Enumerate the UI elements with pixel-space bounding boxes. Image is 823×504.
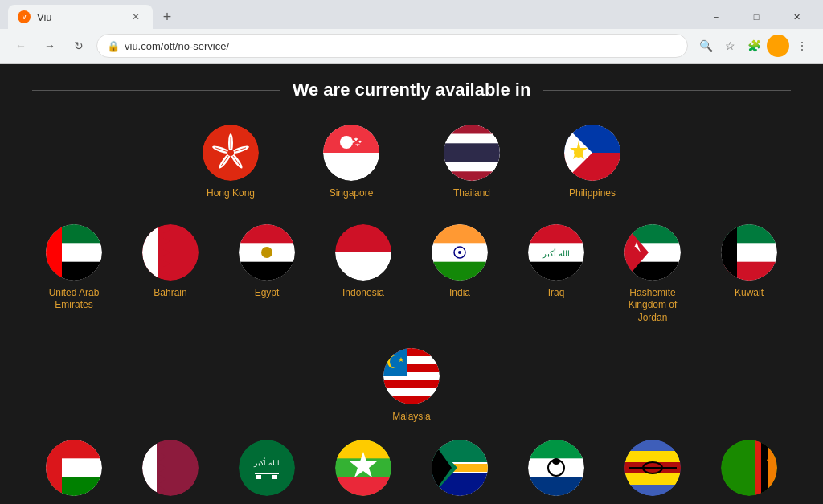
forward-button[interactable]: →	[39, 35, 61, 57]
svg-rect-29	[444, 171, 500, 181]
country-item-za[interactable]: South Africa	[424, 440, 496, 504]
flag-sz	[624, 440, 681, 496]
flag-za	[432, 440, 488, 496]
tab-close-button[interactable]: ✕	[129, 10, 143, 24]
flag-zm	[721, 440, 777, 496]
address-bar: ← → ↻ 🔒 viu.com/ott/no-service/ 🔍 ☆ 🧩 ⋮	[0, 29, 823, 63]
country-item-mm[interactable]: Myanmar	[327, 440, 399, 504]
svg-point-50	[261, 247, 272, 258]
country-item-sa[interactable]: الله أكبر Saudi Arabia	[231, 440, 303, 504]
minimize-button[interactable]: −	[698, 5, 735, 29]
svg-rect-48	[239, 224, 295, 243]
country-item-ph[interactable]: Philippines	[556, 125, 629, 200]
flag-jo	[624, 224, 681, 281]
svg-rect-102	[335, 477, 391, 496]
svg-text:V: V	[23, 14, 27, 20]
flag-mm	[335, 440, 391, 496]
lock-icon: 🔒	[107, 40, 120, 52]
svg-rect-57	[432, 261, 488, 280]
svg-rect-63	[528, 261, 584, 280]
country-item-iq[interactable]: الله أكبر Iraq	[520, 224, 592, 325]
svg-rect-90	[46, 440, 62, 496]
svg-text:الله أكبر: الله أكبر	[542, 248, 570, 259]
row3-countries: Oman Qatar الله أكبر	[32, 440, 791, 504]
country-name-hk: Hong Kong	[207, 187, 255, 200]
flag-ae	[46, 224, 102, 281]
flag-iq: الله أكبر	[528, 224, 584, 281]
country-item-jo[interactable]: Hashemite Kingdom of Jordan	[616, 224, 689, 325]
svg-rect-93	[142, 440, 157, 496]
country-name-bh: Bahrain	[154, 287, 186, 300]
search-button[interactable]: 🔍	[694, 35, 717, 57]
menu-button[interactable]: ⋮	[791, 35, 813, 57]
svg-rect-25	[444, 125, 500, 134]
profile-button[interactable]	[767, 35, 789, 57]
svg-text:الله أكبر: الله أكبر	[253, 457, 279, 468]
browser-chrome: V Viu ✕ + − □ ✕ ← → ↻ 🔒 viu.com/ott/no-s…	[0, 0, 823, 64]
country-item-ls[interactable]: Lesotho	[520, 440, 592, 504]
svg-rect-26	[444, 134, 500, 144]
svg-rect-130	[755, 440, 761, 496]
svg-rect-56	[432, 224, 488, 243]
svg-point-117	[552, 458, 560, 465]
country-item-zm[interactable]: Zambia	[713, 440, 785, 504]
svg-rect-131	[761, 440, 768, 496]
svg-rect-124	[624, 485, 681, 496]
country-name-my: Malaysia	[392, 411, 430, 424]
extensions-button[interactable]: 🧩	[743, 35, 765, 57]
country-item-eg[interactable]: Egypt	[231, 224, 303, 325]
country-item-in[interactable]: India	[424, 224, 496, 325]
svg-point-84	[390, 355, 403, 368]
flag-ls	[528, 440, 584, 496]
svg-rect-123	[624, 473, 681, 485]
flag-id	[335, 224, 391, 281]
flag-hk	[203, 125, 259, 181]
svg-rect-41	[46, 224, 62, 281]
country-item-id[interactable]: Indonesia	[327, 224, 399, 325]
svg-rect-115	[528, 477, 584, 496]
flag-sg	[323, 125, 379, 181]
country-item-kw[interactable]: Kuwait	[713, 224, 785, 325]
country-name-ae: United Arab Emirates	[38, 287, 110, 312]
browser-tab[interactable]: V Viu ✕	[8, 5, 153, 29]
svg-rect-114	[528, 440, 584, 458]
bookmark-button[interactable]: ☆	[719, 35, 741, 57]
svg-rect-27	[444, 143, 500, 162]
country-item-sz[interactable]: Swaziland	[616, 440, 689, 504]
country-name-iq: Iraq	[548, 287, 565, 300]
country-item-bh[interactable]: Bahrain	[134, 224, 207, 325]
country-name-kw: Kuwait	[735, 287, 764, 300]
svg-rect-80	[383, 380, 440, 388]
close-button[interactable]: ✕	[778, 5, 815, 29]
country-name-jo: Hashemite Kingdom of Jordan	[616, 287, 689, 325]
country-item-qa[interactable]: Qatar	[134, 440, 207, 504]
new-tab-button[interactable]: +	[156, 6, 178, 28]
header-section: We are currently available in	[32, 80, 791, 100]
country-item-th[interactable]: Thailand	[436, 125, 508, 200]
svg-rect-120	[624, 440, 681, 451]
url-text: viu.com/ott/no-service/	[125, 40, 229, 52]
header-line-right	[543, 90, 791, 91]
tab-favicon: V	[18, 10, 31, 23]
flag-in	[432, 224, 488, 281]
url-input[interactable]: 🔒 viu.com/ott/no-service/	[96, 34, 688, 58]
country-item-sg[interactable]: Singapore	[315, 125, 387, 200]
flag-sa: الله أكبر	[239, 440, 295, 496]
country-item-om[interactable]: Oman	[38, 440, 110, 504]
country-name-eg: Egypt	[255, 287, 280, 300]
svg-rect-97	[256, 475, 261, 479]
toolbar-icons: 🔍 ☆ 🧩 ⋮	[694, 35, 813, 57]
maximize-button[interactable]: □	[738, 5, 775, 29]
back-button[interactable]: ←	[10, 35, 32, 57]
flag-bh	[142, 224, 199, 281]
window-controls: − □ ✕	[698, 5, 815, 29]
refresh-button[interactable]: ↻	[68, 35, 90, 57]
country-item-my[interactable]: Malaysia	[375, 348, 448, 424]
header-line-left	[32, 90, 280, 91]
page-content: We are currently available in	[0, 64, 823, 504]
country-item-ae[interactable]: United Arab Emirates	[38, 224, 110, 325]
country-item-hk[interactable]: Hong Kong	[194, 125, 267, 200]
svg-point-13	[227, 150, 234, 156]
country-name-id: Indonesia	[342, 287, 384, 300]
country-name-ph: Philippines	[569, 187, 616, 200]
